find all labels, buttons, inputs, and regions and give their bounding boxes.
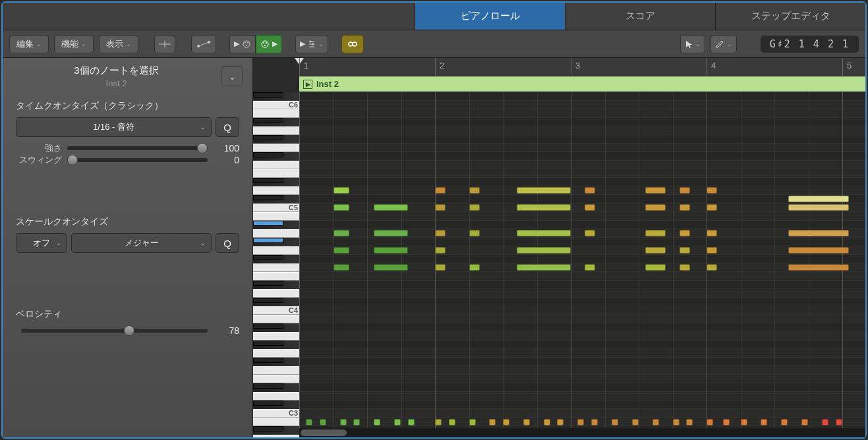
velocity-marker[interactable]	[781, 419, 788, 426]
black-key[interactable]	[253, 221, 283, 226]
midi-note[interactable]	[333, 187, 350, 194]
bar-ruler[interactable]: 12345	[299, 58, 865, 76]
strength-value[interactable]: 100	[213, 143, 239, 153]
black-key[interactable]	[253, 255, 283, 260]
velocity-marker[interactable]	[836, 419, 842, 426]
midi-note[interactable]	[645, 230, 666, 236]
white-key[interactable]	[253, 161, 299, 169]
velocity-marker[interactable]	[408, 419, 415, 426]
midi-note[interactable]	[680, 204, 690, 211]
midi-note[interactable]	[707, 230, 717, 236]
velocity-marker[interactable]	[612, 419, 618, 426]
midi-note[interactable]	[435, 264, 446, 271]
velocity-marker[interactable]	[822, 419, 828, 426]
white-key[interactable]	[253, 435, 299, 437]
edit-menu[interactable]: 編集⌄	[9, 35, 49, 53]
scale-onoff-select[interactable]: オフ⌄	[16, 233, 67, 253]
region-header[interactable]: ▶ Inst 2	[299, 76, 865, 92]
swing-slider[interactable]	[67, 158, 208, 162]
playhead-position[interactable]: G♯2 1 4 2 1	[761, 36, 859, 53]
collapse-button[interactable]: ▶⌄	[295, 35, 328, 53]
midi-note[interactable]	[680, 264, 690, 271]
velocity-marker[interactable]	[523, 419, 530, 426]
white-key[interactable]	[253, 375, 299, 383]
white-key[interactable]	[253, 315, 299, 323]
white-key[interactable]	[253, 229, 299, 238]
midi-note[interactable]	[645, 264, 666, 271]
slider-thumb[interactable]	[124, 325, 134, 336]
pencil-tool[interactable]: ⌄	[710, 35, 737, 53]
velocity-marker[interactable]	[469, 419, 476, 426]
velocity-slider[interactable]	[21, 329, 208, 333]
swing-value[interactable]: 0	[213, 155, 239, 165]
scroll-thumb[interactable]	[301, 429, 347, 436]
velocity-marker[interactable]	[353, 419, 360, 426]
strength-slider[interactable]	[67, 146, 208, 150]
black-key[interactable]	[253, 298, 283, 303]
velocity-marker[interactable]	[723, 419, 730, 426]
midi-note[interactable]	[517, 230, 571, 236]
tab-score[interactable]: スコア	[565, 3, 715, 30]
midi-note[interactable]	[435, 204, 446, 211]
midi-note[interactable]	[374, 204, 408, 211]
black-key[interactable]	[253, 281, 283, 286]
black-key[interactable]	[253, 195, 283, 200]
midi-note[interactable]	[645, 247, 666, 254]
midi-note[interactable]	[585, 187, 595, 194]
white-key[interactable]	[253, 126, 299, 135]
note-grid[interactable]	[299, 92, 865, 437]
velocity-marker[interactable]	[394, 419, 401, 426]
quantize-button[interactable]: Q	[216, 117, 239, 137]
midi-note[interactable]	[435, 230, 446, 236]
velocity-marker[interactable]	[544, 419, 550, 426]
midi-in-button[interactable]: ▶	[229, 35, 256, 53]
velocity-marker[interactable]	[503, 419, 509, 426]
black-key[interactable]	[253, 400, 283, 406]
black-key[interactable]	[253, 118, 283, 123]
black-key[interactable]	[253, 238, 283, 243]
midi-out-button[interactable]: ▶	[256, 35, 282, 53]
black-key[interactable]	[253, 323, 283, 329]
velocity-marker[interactable]	[673, 419, 680, 426]
midi-note[interactable]	[469, 187, 480, 194]
time-quantize-select[interactable]: 1/16 - 音符⌄	[16, 117, 212, 137]
velocity-marker[interactable]	[707, 419, 713, 426]
midi-note[interactable]	[333, 264, 350, 271]
black-key[interactable]	[253, 152, 283, 157]
velocity-marker[interactable]	[489, 419, 496, 426]
velocity-marker[interactable]	[686, 419, 693, 426]
white-key[interactable]	[253, 186, 299, 195]
black-key[interactable]	[253, 358, 283, 363]
white-key[interactable]	[253, 366, 299, 375]
scale-quantize-button[interactable]: Q	[216, 233, 239, 253]
white-key[interactable]	[253, 332, 299, 341]
white-key[interactable]	[253, 392, 299, 400]
slider-thumb[interactable]	[67, 155, 78, 165]
midi-note[interactable]	[517, 247, 571, 254]
midi-note[interactable]	[788, 204, 850, 211]
midi-note[interactable]	[645, 187, 666, 194]
white-key[interactable]	[253, 263, 299, 272]
black-key[interactable]	[253, 383, 283, 389]
pointer-tool[interactable]: ⌄	[680, 35, 705, 53]
scale-type-select[interactable]: メジャー⌄	[71, 233, 212, 253]
tab-piano-roll[interactable]: ピアノロール	[415, 3, 565, 30]
midi-note[interactable]	[517, 204, 571, 211]
midi-note[interactable]	[435, 187, 446, 194]
midi-note[interactable]	[517, 187, 571, 194]
white-key[interactable]	[253, 418, 299, 426]
link-button[interactable]	[341, 35, 364, 53]
inspector-disclosure-button[interactable]: ⌄	[221, 67, 243, 86]
velocity-marker[interactable]	[306, 419, 312, 426]
black-key[interactable]	[253, 178, 283, 183]
piano-keyboard[interactable]: C6C5C4C3	[253, 92, 299, 437]
midi-note[interactable]	[788, 196, 850, 202]
velocity-marker[interactable]	[320, 419, 326, 426]
midi-note[interactable]	[707, 247, 717, 254]
black-key[interactable]	[253, 426, 283, 431]
midi-note[interactable]	[374, 247, 408, 254]
velocity-marker[interactable]	[632, 419, 639, 426]
velocity-marker[interactable]	[340, 419, 347, 426]
white-key[interactable]	[253, 144, 299, 152]
velocity-marker[interactable]	[741, 419, 747, 426]
